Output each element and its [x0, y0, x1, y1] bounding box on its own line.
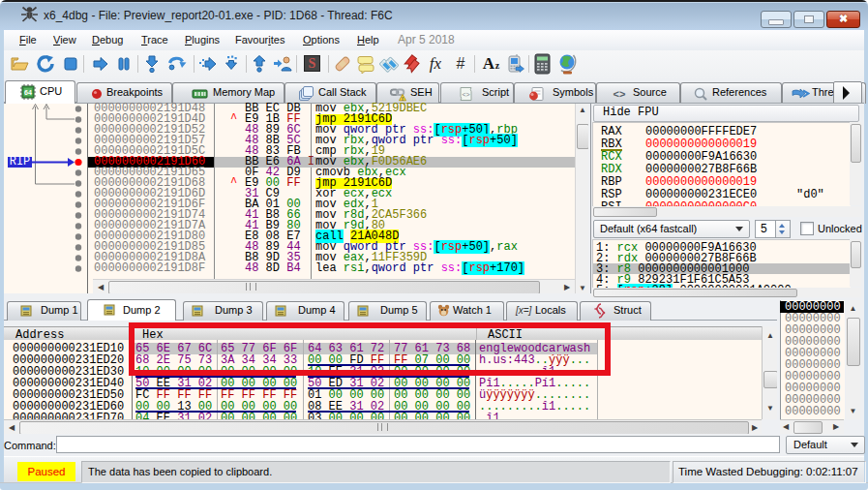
svg-text:#: #	[457, 55, 465, 72]
svg-text:!: !	[402, 96, 404, 102]
svg-text:S: S	[309, 56, 316, 71]
svg-text:z: z	[495, 60, 500, 71]
svg-text:<>: <>	[614, 88, 626, 100]
svg-text:A: A	[483, 54, 495, 73]
svg-text:64: 64	[24, 89, 32, 96]
svg-text:fx: fx	[430, 54, 442, 73]
svg-text:<>: <>	[462, 91, 469, 98]
